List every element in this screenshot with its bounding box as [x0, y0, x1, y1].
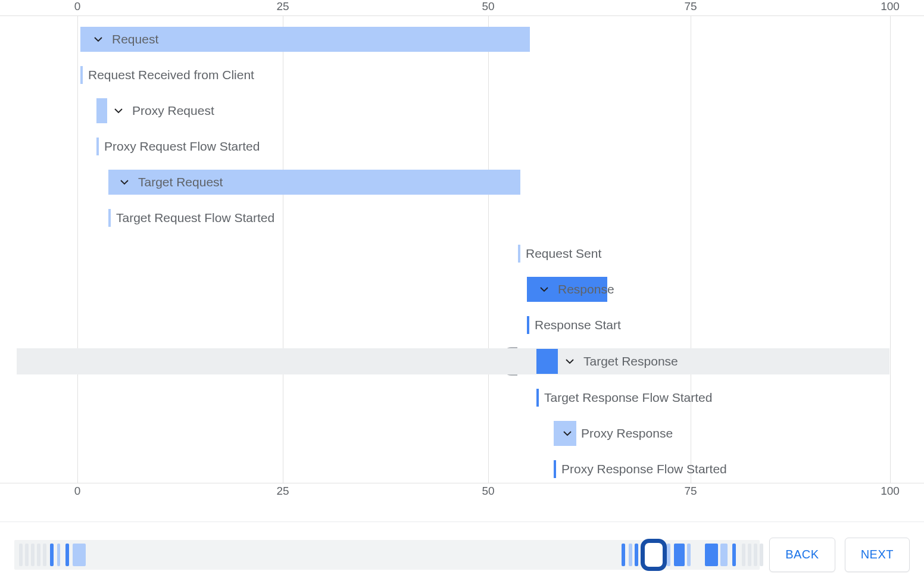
row-proxy-response-flow[interactable]: Proxy Response Flow Started	[0, 457, 924, 482]
bar-tick	[80, 66, 83, 84]
row-label: Proxy Response Flow Started	[561, 457, 727, 482]
chevron-down-icon[interactable]	[562, 428, 573, 439]
row-label: Proxy Request Flow Started	[104, 134, 260, 159]
axis-tick: 0	[74, 0, 81, 13]
bar-tick	[518, 245, 520, 263]
row-text: Target Response Flow Started	[544, 391, 712, 405]
row-label: Target Response Flow Started	[544, 385, 712, 410]
axis-tick: 25	[276, 0, 289, 13]
axis-top: 0 25 50 75 100	[0, 0, 924, 14]
axis-tick: 25	[276, 485, 289, 498]
row-text: Target Request	[138, 175, 223, 189]
row-request-received[interactable]: Request Received from Client	[0, 63, 924, 88]
next-button[interactable]: NEXT	[845, 538, 910, 572]
row-text: Proxy Response	[581, 426, 673, 441]
axis-tick: 75	[684, 485, 697, 498]
row-label: Target Request Flow Started	[116, 205, 274, 230]
axis-bottom: 0 25 50 75 100	[0, 485, 924, 499]
row-text: Request Received from Client	[88, 68, 254, 82]
row-text: Request	[112, 32, 158, 46]
bar-tick	[536, 389, 539, 407]
axis-tick: 100	[881, 0, 900, 13]
row-text: Target Request Flow Started	[116, 211, 274, 225]
row-label: Target Response	[564, 349, 678, 374]
axis-tick: 100	[881, 485, 900, 498]
row-label: Response	[539, 277, 614, 302]
row-text: Proxy Request Flow Started	[104, 139, 260, 154]
chevron-down-icon[interactable]	[564, 356, 575, 367]
bar-target-response	[536, 349, 558, 374]
row-request[interactable]: Request	[0, 27, 924, 52]
chevron-down-icon[interactable]	[539, 284, 550, 295]
chevron-down-icon[interactable]	[119, 177, 130, 188]
row-text: Response	[558, 282, 614, 296]
timeline-chart: 0 25 50 75 100 Request Request Received …	[0, 0, 924, 530]
chevron-down-icon[interactable]	[113, 105, 124, 116]
axis-tick: 0	[74, 485, 81, 498]
overview-scrubber[interactable]	[14, 540, 760, 570]
plot-area: Request Request Received from Client Pro…	[0, 15, 924, 483]
axis-tick: 75	[684, 0, 697, 13]
chevron-down-icon[interactable]	[93, 34, 104, 45]
row-target-request[interactable]: Target Request	[0, 170, 924, 195]
row-label: Request Sent	[526, 241, 601, 266]
row-target-response-flow[interactable]: Target Response Flow Started	[0, 385, 924, 410]
bar-tick	[96, 138, 99, 155]
bar-proxy-request	[96, 98, 107, 123]
bar-tick	[527, 316, 529, 334]
footer: BACK NEXT	[0, 522, 924, 587]
row-text: Proxy Response Flow Started	[561, 462, 727, 476]
row-response[interactable]: Response	[0, 277, 924, 302]
row-text: Request Sent	[526, 246, 601, 261]
bar-tick	[554, 460, 556, 478]
row-label: Target Request	[119, 170, 223, 195]
row-text: Proxy Request	[132, 104, 214, 118]
row-target-response[interactable]: Target Response	[17, 348, 889, 374]
row-label: Proxy Request	[113, 98, 214, 123]
row-label: Response Start	[535, 313, 621, 338]
row-proxy-request[interactable]: Proxy Request	[0, 98, 924, 123]
axis-tick: 50	[482, 0, 494, 13]
row-label: Request Received from Client	[88, 63, 254, 88]
back-button[interactable]: BACK	[769, 538, 835, 572]
row-label: Request	[93, 27, 158, 52]
row-proxy-response[interactable]: Proxy Response	[0, 421, 924, 446]
row-response-start[interactable]: Response Start	[0, 313, 924, 338]
scrubber-handle[interactable]	[641, 539, 667, 571]
row-proxy-request-flow[interactable]: Proxy Request Flow Started	[0, 134, 924, 159]
bar-tick	[108, 209, 111, 227]
row-target-request-flow[interactable]: Target Request Flow Started	[0, 205, 924, 230]
row-label: Proxy Response	[562, 421, 673, 446]
axis-tick: 50	[482, 485, 494, 498]
row-text: Response Start	[535, 318, 621, 332]
row-text: Target Response	[583, 354, 678, 369]
row-request-sent[interactable]: Request Sent	[0, 241, 924, 266]
